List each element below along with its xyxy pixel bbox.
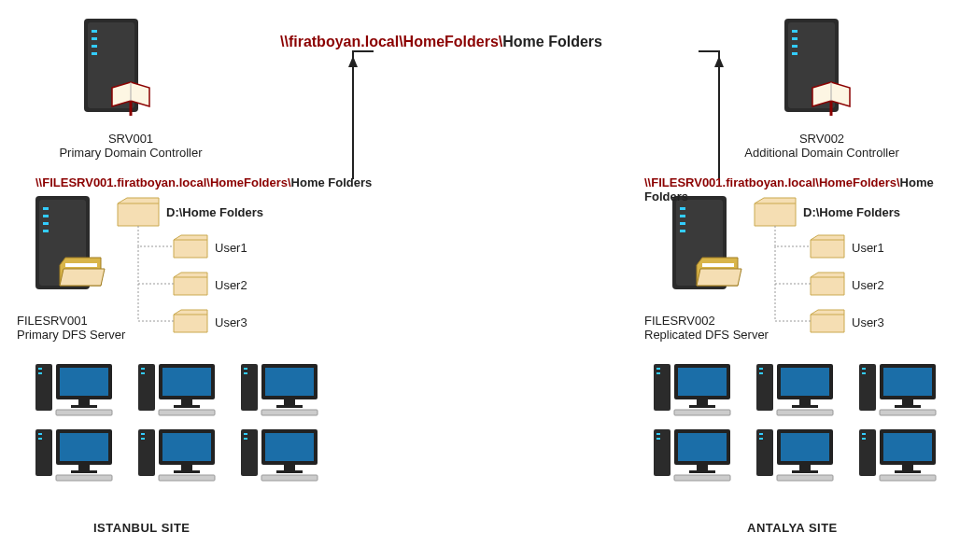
istanbul-root-folder-icon [118,198,159,226]
filesrv001-label: FILESRV001 Primary DFS Server [17,315,129,343]
istanbul-user3-folder-icon [174,310,207,332]
antalya-user3-folder-icon [811,310,844,332]
istanbul-user1-folder-icon [174,235,207,258]
antalya-pc-icon [859,364,936,415]
istanbul-root-folder-label: D:\Home Folders [166,205,263,219]
srv001-label: SRV001 Primary Domain Controller [56,133,205,161]
istanbul-pc-icon [241,429,318,481]
istanbul-share-path: \\FILESRV001.firatboyan.local\HomeFolder… [35,175,372,189]
filesrv001-server-icon [35,196,105,289]
istanbul-pc-icon [35,429,112,481]
filesrv002-label: FILESRV002 Replicated DFS Server [644,315,784,343]
antalya-user3-label: User3 [852,315,884,329]
antalya-site-label: ANTALYA SITE [747,521,838,535]
istanbul-pc-icon [241,364,318,415]
antalya-root-folder-label: D:\Home Folders [803,205,900,219]
antalya-user1-label: User1 [852,241,884,255]
istanbul-site-label: ISTANBUL SITE [93,521,191,535]
srv001-server-icon [84,19,149,116]
istanbul-user1-label: User1 [215,241,247,255]
antalya-share-path: \\FILESRV001.firatboyan.local\HomeFolder… [644,175,974,203]
istanbul-pc-icon [138,364,215,415]
antalya-pc-icon [756,364,833,415]
antalya-user2-label: User2 [852,278,884,292]
dfs-namespace-path: \\firatboyan.local\HomeFolders\Home Fold… [280,34,602,50]
istanbul-user2-folder-icon [174,273,207,295]
istanbul-user2-label: User2 [215,278,247,292]
istanbul-pc-icon [35,364,112,415]
istanbul-pc-icon [138,429,215,481]
srv002-label: SRV002 Additional Domain Controller [738,133,906,161]
antalya-pc-icon [859,429,936,481]
istanbul-user3-label: User3 [215,315,247,329]
srv002-server-icon [784,19,850,116]
antalya-pc-icon [756,429,833,481]
antalya-user1-folder-icon [811,235,844,258]
antalya-user2-folder-icon [811,273,844,295]
antalya-pc-icon [654,364,730,415]
antalya-pc-icon [654,429,730,481]
filesrv002-server-icon [672,196,741,289]
